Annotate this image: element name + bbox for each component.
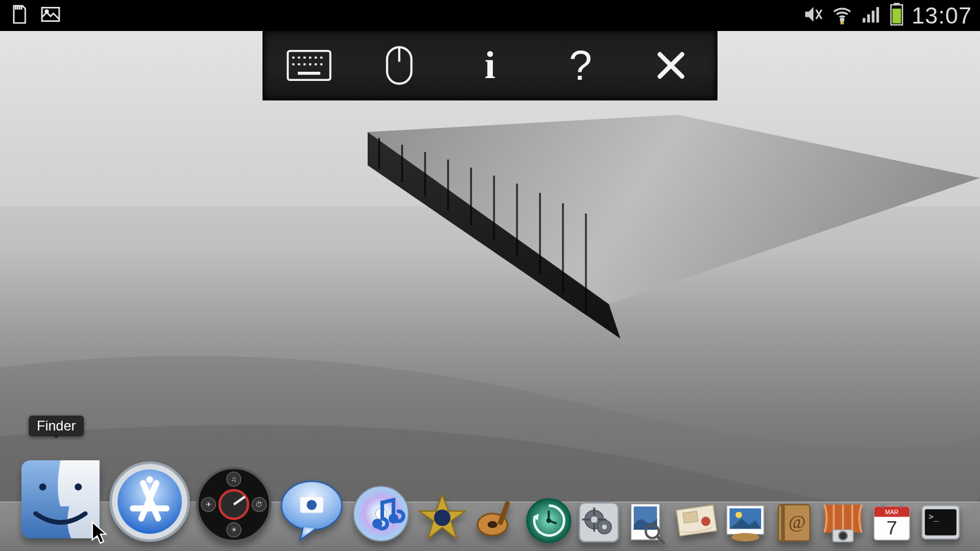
svg-point-66 xyxy=(388,514,398,523)
svg-point-95 xyxy=(731,533,759,542)
svg-rect-18 xyxy=(871,11,874,23)
svg-point-70 xyxy=(488,521,497,528)
svg-text:7: 7 xyxy=(886,517,897,538)
svg-rect-17 xyxy=(867,14,870,22)
svg-point-15 xyxy=(841,18,844,21)
svg-point-83 xyxy=(602,525,607,529)
android-status-bar: 13:07 xyxy=(0,0,980,31)
dock-system-preferences[interactable] xyxy=(576,497,622,548)
signal-icon xyxy=(860,3,882,28)
close-icon xyxy=(654,49,688,82)
dock-tooltip-label: Finder xyxy=(37,418,76,433)
svg-point-108 xyxy=(900,505,902,508)
mute-icon xyxy=(802,3,824,28)
svg-rect-22 xyxy=(892,9,901,24)
wifi-icon xyxy=(831,3,853,28)
close-button[interactable] xyxy=(636,31,705,99)
svg-rect-19 xyxy=(876,7,879,22)
dock-ichat[interactable] xyxy=(276,469,348,548)
keyboard-button[interactable] xyxy=(275,31,344,99)
svg-text:MAR: MAR xyxy=(885,509,899,515)
svg-text:☀: ☀ xyxy=(230,526,237,534)
help-button[interactable]: ? xyxy=(546,31,615,99)
dock-mail[interactable] xyxy=(673,497,720,548)
svg-point-42 xyxy=(39,483,46,490)
dock-itunes[interactable] xyxy=(350,480,412,548)
svg-point-101 xyxy=(839,531,847,540)
dock-iphoto[interactable] xyxy=(722,497,769,548)
mouse-button[interactable] xyxy=(365,31,434,99)
keyboard-icon xyxy=(287,49,331,82)
svg-rect-16 xyxy=(863,18,866,22)
svg-point-65 xyxy=(372,519,382,529)
svg-text:>_: >_ xyxy=(928,511,939,522)
svg-point-14 xyxy=(45,10,48,13)
dock-garageband[interactable] xyxy=(472,494,522,548)
sdcard-icon xyxy=(8,3,31,28)
mouse-icon xyxy=(384,45,415,86)
svg-rect-97 xyxy=(781,505,785,541)
dock-ical[interactable]: MAR 7 xyxy=(869,497,915,548)
status-clock: 13:07 xyxy=(912,3,972,29)
svg-point-82 xyxy=(591,516,597,522)
dock-time-machine[interactable] xyxy=(524,494,574,548)
dock-dashboard[interactable]: ♫ ⏱ ☀ ✈ xyxy=(194,461,273,548)
info-icon: i xyxy=(485,42,496,88)
dock-preview[interactable] xyxy=(624,497,671,548)
dock-photo-booth[interactable] xyxy=(820,497,866,548)
svg-point-62 xyxy=(307,500,317,510)
svg-rect-89 xyxy=(683,511,699,523)
picture-icon xyxy=(39,3,62,28)
battery-icon xyxy=(889,3,905,28)
help-icon: ? xyxy=(569,42,592,89)
svg-point-43 xyxy=(75,483,82,490)
svg-text:♫: ♫ xyxy=(231,475,236,483)
svg-point-93 xyxy=(736,511,742,518)
dock-app-store[interactable] xyxy=(107,456,192,548)
dock: ♫ ⏱ ☀ ✈ xyxy=(0,451,980,551)
svg-rect-23 xyxy=(288,51,330,80)
dock-address-book[interactable]: @ xyxy=(771,497,817,548)
svg-point-49 xyxy=(146,476,153,483)
info-button[interactable]: i xyxy=(456,31,524,99)
svg-text:⏱: ⏱ xyxy=(256,500,263,509)
remote-control-toolbar: i ? xyxy=(263,31,717,100)
svg-text:@: @ xyxy=(789,511,806,532)
mouse-cursor xyxy=(91,520,107,545)
svg-point-68 xyxy=(434,510,450,526)
dock-tooltip: Finder xyxy=(29,416,84,436)
dock-imovie[interactable] xyxy=(415,488,470,548)
svg-point-107 xyxy=(881,505,884,508)
dock-terminal[interactable]: >_ xyxy=(917,497,964,548)
svg-text:✈: ✈ xyxy=(206,500,211,509)
